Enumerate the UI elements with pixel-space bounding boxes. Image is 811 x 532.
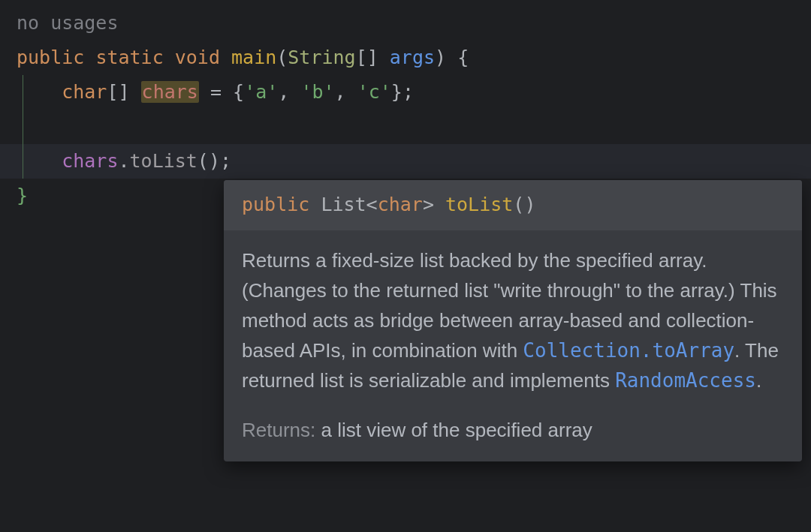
semicolon: ; [220,150,231,172]
returns-text: a list view of the specified array [315,419,592,441]
paren-open: ( [513,194,524,215]
brace-close: } [391,81,402,103]
doc-returns: Returns: a list view of the specified ar… [224,412,802,461]
paren-close: ) [209,150,220,172]
paren-open: ( [276,47,288,68]
doc-body: Returns a fixed-size list backed by the … [224,230,802,412]
highlighted-symbol: chars [141,81,199,103]
method-signature-line[interactable]: public static void main(String[] args) { [0,41,811,75]
var-decl-line[interactable]: char[] chars = {'a', 'b', 'c'}; [0,75,811,110]
brace-close: } [17,185,28,206]
param-args: args [390,47,435,68]
current-line[interactable]: chars.toList(); [0,144,811,179]
sig-type-list: List [321,194,366,215]
char-literal-a: 'a' [244,81,278,103]
indent-guide [23,110,23,144]
doc-text-3: . [756,369,761,392]
indent-guide [23,75,23,110]
local-var-chars: chars [142,81,198,103]
keyword-void: void [175,47,220,68]
usages-hint: no usages [17,12,118,34]
brackets: [] [107,81,129,103]
angle-open: < [366,194,378,215]
keyword-char: char [62,81,107,103]
doc-link-collection-toarray[interactable]: Collection.toArray [523,339,734,362]
sig-keyword-public: public [242,194,309,215]
comma: , [335,81,346,103]
returns-tag: Returns: [242,419,315,441]
paren-close: ) [524,194,535,215]
method-call-tolist: toList [130,150,197,172]
ref-chars: chars [62,150,118,172]
char-literal-b: 'b' [300,81,334,103]
doc-link-randomaccess[interactable]: RandomAccess [615,369,756,392]
dot: . [118,150,129,172]
paren-open: ( [197,150,209,172]
brace-open: { [233,81,244,103]
blank-line[interactable] [0,110,811,144]
indent-guide [23,144,23,179]
method-name-main: main [231,47,276,68]
code-editor[interactable]: no usages public static void main(String… [0,0,811,532]
type-string: String [288,47,355,68]
paren-close: ) [435,47,446,68]
inlay-hint-line: no usages [0,6,811,41]
char-literal-c: 'c' [357,81,391,103]
doc-signature: public List<char> toList() [224,180,802,230]
brace-open: { [457,47,469,68]
semicolon: ; [402,81,414,103]
comma: , [278,81,289,103]
keyword-static: static [95,47,163,68]
equals: = [210,81,222,103]
keyword-public: public [17,47,84,68]
sig-generic-char: char [378,194,423,215]
documentation-popup[interactable]: public List<char> toList() Returns a fix… [224,180,802,461]
sig-method-name: toList [445,194,513,215]
angle-close: > [423,194,434,215]
brackets: [] [356,47,378,68]
